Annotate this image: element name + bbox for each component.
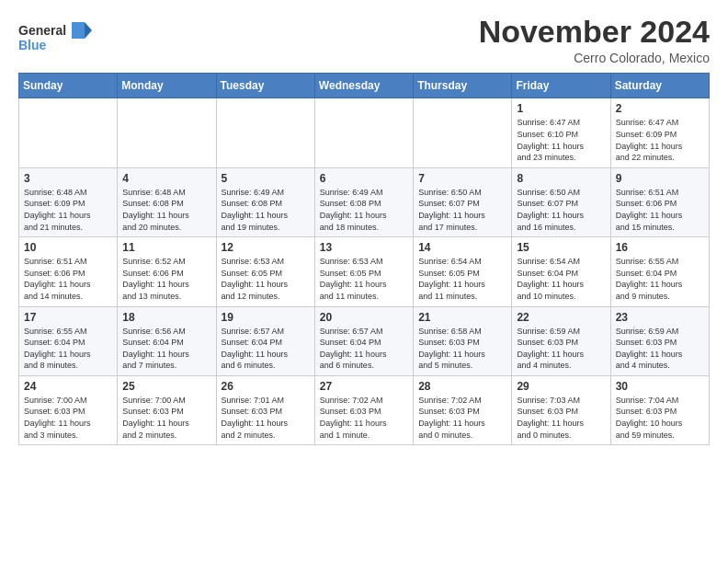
sunset-info: Sunset: 6:10 PM (517, 130, 578, 139)
daylight-minutes: and 0 minutes. (418, 431, 472, 440)
sunset-info: Sunset: 6:09 PM (616, 130, 677, 139)
weekday-header-monday: Monday (118, 74, 216, 98)
day-number: 2 (616, 102, 704, 115)
daylight-hours: Daylight: 11 hours (418, 419, 485, 428)
day-info: Sunrise: 6:58 AMSunset: 6:03 PMDaylight:… (418, 326, 506, 372)
svg-text:General: General (18, 23, 66, 38)
weekday-header-thursday: Thursday (414, 74, 512, 98)
sunset-info: Sunset: 6:03 PM (122, 407, 184, 416)
sunset-info: Sunset: 6:06 PM (616, 199, 677, 208)
sunset-info: Sunset: 6:03 PM (418, 338, 480, 347)
day-info: Sunrise: 6:59 AMSunset: 6:03 PMDaylight:… (517, 326, 605, 372)
day-number: 24 (24, 380, 112, 393)
sunrise-info: Sunrise: 6:56 AM (122, 327, 186, 336)
daylight-hours: Daylight: 11 hours (517, 350, 584, 359)
day-info: Sunrise: 6:51 AMSunset: 6:06 PMDaylight:… (24, 256, 112, 302)
daylight-minutes: and 7 minutes. (122, 361, 176, 370)
sunrise-info: Sunrise: 6:57 AM (320, 327, 383, 336)
sunrise-info: Sunrise: 6:54 AM (517, 257, 580, 266)
day-cell (19, 98, 118, 167)
month-title: November 2024 (479, 15, 710, 49)
day-info: Sunrise: 6:47 AMSunset: 6:09 PMDaylight:… (616, 117, 704, 163)
day-cell: 7Sunrise: 6:50 AMSunset: 6:07 PMDaylight… (414, 167, 512, 236)
day-cell: 11Sunrise: 6:52 AMSunset: 6:06 PMDayligh… (118, 237, 216, 306)
day-number: 4 (122, 172, 210, 185)
day-number: 16 (616, 241, 704, 254)
sunset-info: Sunset: 6:09 PM (24, 199, 85, 208)
sunrise-info: Sunrise: 6:51 AM (24, 257, 87, 266)
sunset-info: Sunset: 6:06 PM (122, 269, 184, 278)
day-info: Sunrise: 6:53 AMSunset: 6:05 PMDaylight:… (222, 256, 310, 302)
daylight-minutes: and 4 minutes. (616, 361, 670, 370)
day-number: 21 (418, 311, 506, 324)
day-info: Sunrise: 7:04 AMSunset: 6:03 PMDaylight:… (616, 395, 704, 441)
day-cell: 16Sunrise: 6:55 AMSunset: 6:04 PMDayligh… (610, 237, 709, 306)
daylight-hours: Daylight: 11 hours (222, 419, 289, 428)
day-cell: 5Sunrise: 6:49 AMSunset: 6:08 PMDaylight… (216, 167, 314, 236)
day-number: 30 (616, 380, 704, 393)
day-info: Sunrise: 7:00 AMSunset: 6:03 PMDaylight:… (24, 395, 112, 441)
day-info: Sunrise: 6:50 AMSunset: 6:07 PMDaylight:… (517, 187, 605, 233)
daylight-minutes: and 13 minutes. (122, 292, 181, 301)
sunrise-info: Sunrise: 6:48 AM (122, 188, 186, 197)
day-number: 13 (320, 241, 408, 254)
daylight-hours: Daylight: 11 hours (418, 280, 485, 289)
daylight-minutes: and 8 minutes. (24, 361, 78, 370)
day-cell: 18Sunrise: 6:56 AMSunset: 6:04 PMDayligh… (118, 306, 216, 375)
daylight-hours: Daylight: 11 hours (24, 211, 91, 220)
sunrise-info: Sunrise: 6:53 AM (320, 257, 383, 266)
day-cell: 21Sunrise: 6:58 AMSunset: 6:03 PMDayligh… (414, 306, 512, 375)
day-cell (314, 98, 413, 167)
daylight-minutes: and 2 minutes. (222, 431, 276, 440)
day-cell: 24Sunrise: 7:00 AMSunset: 6:03 PMDayligh… (19, 375, 118, 444)
daylight-hours: Daylight: 11 hours (616, 211, 683, 220)
day-info: Sunrise: 7:02 AMSunset: 6:03 PMDaylight:… (418, 395, 506, 441)
day-number: 3 (24, 172, 112, 185)
daylight-minutes: and 4 minutes. (517, 361, 571, 370)
daylight-minutes: and 21 minutes. (24, 223, 83, 232)
daylight-minutes: and 19 minutes. (222, 223, 280, 232)
day-info: Sunrise: 7:01 AMSunset: 6:03 PMDaylight:… (222, 395, 310, 441)
sunrise-info: Sunrise: 7:02 AM (320, 396, 383, 405)
daylight-minutes: and 12 minutes. (222, 292, 280, 301)
day-cell (118, 98, 216, 167)
daylight-minutes: and 2 minutes. (122, 431, 176, 440)
weekday-header-friday: Friday (512, 74, 610, 98)
daylight-hours: Daylight: 11 hours (418, 211, 485, 220)
daylight-hours: Daylight: 11 hours (320, 280, 387, 289)
day-cell: 29Sunrise: 7:03 AMSunset: 6:03 PMDayligh… (512, 375, 610, 444)
daylight-minutes: and 20 minutes. (122, 223, 181, 232)
week-row-4: 17Sunrise: 6:55 AMSunset: 6:04 PMDayligh… (19, 306, 710, 375)
day-cell: 27Sunrise: 7:02 AMSunset: 6:03 PMDayligh… (314, 375, 413, 444)
sunset-info: Sunset: 6:04 PM (320, 338, 381, 347)
day-info: Sunrise: 6:50 AMSunset: 6:07 PMDaylight:… (418, 187, 506, 233)
week-row-3: 10Sunrise: 6:51 AMSunset: 6:06 PMDayligh… (19, 237, 710, 306)
svg-text:Blue: Blue (18, 38, 47, 52)
day-cell: 22Sunrise: 6:59 AMSunset: 6:03 PMDayligh… (512, 306, 610, 375)
daylight-minutes: and 6 minutes. (222, 361, 276, 370)
sunset-info: Sunset: 6:04 PM (616, 269, 677, 278)
sunrise-info: Sunrise: 6:54 AM (418, 257, 482, 266)
day-cell: 19Sunrise: 6:57 AMSunset: 6:04 PMDayligh… (216, 306, 314, 375)
sunrise-info: Sunrise: 7:03 AM (517, 396, 580, 405)
sunrise-info: Sunrise: 6:48 AM (24, 188, 87, 197)
day-cell: 6Sunrise: 6:49 AMSunset: 6:08 PMDaylight… (314, 167, 413, 236)
day-info: Sunrise: 6:57 AMSunset: 6:04 PMDaylight:… (222, 326, 310, 372)
day-number: 25 (122, 380, 210, 393)
day-info: Sunrise: 6:54 AMSunset: 6:05 PMDaylight:… (418, 256, 506, 302)
daylight-hours: Daylight: 11 hours (616, 350, 683, 359)
day-cell: 9Sunrise: 6:51 AMSunset: 6:06 PMDaylight… (610, 167, 709, 236)
daylight-hours: Daylight: 11 hours (517, 280, 584, 289)
sunset-info: Sunset: 6:03 PM (222, 407, 283, 416)
day-cell: 10Sunrise: 6:51 AMSunset: 6:06 PMDayligh… (19, 237, 118, 306)
day-info: Sunrise: 6:52 AMSunset: 6:06 PMDaylight:… (122, 256, 210, 302)
daylight-hours: Daylight: 11 hours (24, 350, 91, 359)
day-number: 19 (222, 311, 310, 324)
day-info: Sunrise: 6:49 AMSunset: 6:08 PMDaylight:… (222, 187, 310, 233)
sunrise-info: Sunrise: 7:00 AM (24, 396, 87, 405)
daylight-hours: Daylight: 11 hours (122, 419, 189, 428)
logo-content: General Blue (18, 18, 92, 61)
sunset-info: Sunset: 6:03 PM (320, 407, 381, 416)
sunrise-info: Sunrise: 6:55 AM (24, 327, 87, 336)
daylight-hours: Daylight: 11 hours (222, 350, 289, 359)
